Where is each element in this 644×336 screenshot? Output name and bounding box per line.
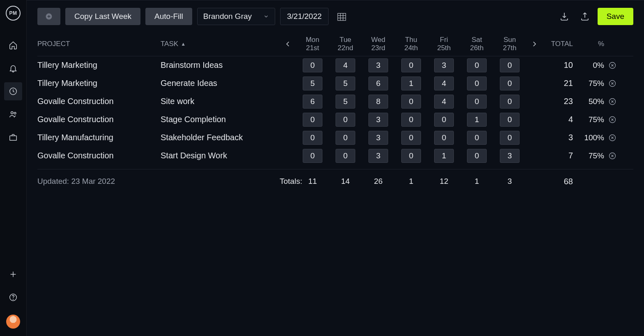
- col-header-task[interactable]: TASK ▲: [161, 40, 280, 48]
- hours-input[interactable]: [303, 113, 322, 127]
- updated-timestamp: Updated: 23 Mar 2022: [37, 177, 161, 186]
- hours-input[interactable]: [336, 149, 355, 163]
- hours-input[interactable]: [500, 95, 520, 109]
- hours-input[interactable]: [467, 131, 487, 145]
- hours-input[interactable]: [467, 58, 487, 72]
- toolbar: Copy Last Week Auto-Fill Brandon Gray 3/…: [27, 0, 644, 30]
- table-row: Tillery MarketingBrainstorm Ideas100%: [37, 56, 633, 74]
- hours-input[interactable]: [303, 149, 322, 163]
- hours-input[interactable]: [401, 95, 421, 109]
- hours-input[interactable]: [368, 58, 388, 72]
- hours-input[interactable]: [368, 149, 388, 163]
- hours-input[interactable]: [401, 131, 421, 145]
- hours-input[interactable]: [467, 149, 487, 163]
- hours-input[interactable]: [434, 113, 454, 127]
- nav-timesheet[interactable]: [4, 82, 22, 100]
- import-button[interactable]: [557, 9, 572, 24]
- hours-input[interactable]: [434, 131, 454, 145]
- row-percent: 75%: [575, 115, 604, 124]
- hours-input[interactable]: [500, 131, 520, 145]
- hours-input[interactable]: [303, 95, 322, 109]
- cell-project: Govalle Construction: [37, 151, 161, 160]
- hours-input[interactable]: [500, 58, 520, 72]
- delete-row-button[interactable]: [604, 152, 621, 160]
- hours-input[interactable]: [303, 131, 322, 145]
- delete-row-button[interactable]: [604, 79, 621, 88]
- delete-row-button[interactable]: [604, 134, 621, 142]
- add-entry-button[interactable]: [37, 8, 60, 25]
- col-header-percent: %: [575, 40, 604, 48]
- bell-icon: [9, 64, 18, 73]
- people-icon: [9, 110, 18, 119]
- svg-rect-3: [10, 136, 17, 140]
- hours-input[interactable]: [336, 113, 355, 127]
- date-input[interactable]: 3/21/2022: [280, 8, 329, 25]
- totals-row: Updated: 23 Mar 2022 Totals: 11142611213…: [37, 169, 633, 190]
- nav-notifications[interactable]: [4, 59, 22, 77]
- table-header: PROJECT TASK ▲ Mon21stTue22ndWed23rdThu2…: [37, 30, 633, 56]
- calendar-icon: [336, 11, 347, 22]
- hours-input[interactable]: [500, 149, 520, 163]
- hours-input[interactable]: [336, 131, 355, 145]
- hours-input[interactable]: [500, 76, 520, 90]
- hours-input[interactable]: [467, 95, 487, 109]
- row-percent: 0%: [575, 61, 604, 70]
- nav-projects[interactable]: [4, 128, 22, 146]
- delete-row-button[interactable]: [604, 61, 621, 70]
- hours-input[interactable]: [434, 76, 454, 90]
- nav-help[interactable]: [4, 288, 22, 306]
- date-value: 3/21/2022: [287, 12, 322, 21]
- user-select[interactable]: Brandon Gray: [197, 8, 275, 25]
- row-total: 3: [543, 133, 575, 142]
- hours-input[interactable]: [303, 58, 322, 72]
- help-icon: [9, 293, 18, 302]
- hours-input[interactable]: [401, 76, 421, 90]
- delete-row-button[interactable]: [604, 116, 621, 124]
- row-percent: 100%: [575, 133, 604, 142]
- hours-input[interactable]: [336, 58, 355, 72]
- row-total: 7: [543, 151, 575, 160]
- calendar-picker-button[interactable]: [336, 11, 347, 22]
- export-button[interactable]: [577, 9, 593, 24]
- hours-input[interactable]: [434, 95, 454, 109]
- nav-add[interactable]: [4, 265, 22, 283]
- nav-home[interactable]: [4, 36, 22, 54]
- hours-input[interactable]: [467, 113, 487, 127]
- hours-input[interactable]: [401, 58, 421, 72]
- hours-input[interactable]: [336, 95, 355, 109]
- nav-team[interactable]: [4, 105, 22, 123]
- next-week-button[interactable]: [526, 40, 543, 48]
- cell-task: Brainstorm Ideas: [161, 60, 280, 70]
- hours-input[interactable]: [368, 95, 388, 109]
- close-circle-icon: [608, 79, 616, 88]
- col-header-total: TOTAL: [543, 40, 575, 48]
- row-total: 23: [543, 97, 575, 106]
- hours-input[interactable]: [303, 76, 322, 90]
- row-total: 4: [543, 115, 575, 124]
- hours-input[interactable]: [368, 76, 388, 90]
- hours-input[interactable]: [368, 113, 388, 127]
- hours-input[interactable]: [401, 113, 421, 127]
- prev-week-button[interactable]: [280, 40, 296, 48]
- sidebar: PM: [0, 0, 27, 336]
- row-percent: 75%: [575, 79, 604, 88]
- hours-input[interactable]: [434, 58, 454, 72]
- auto-fill-button[interactable]: Auto-Fill: [145, 8, 192, 25]
- delete-row-button[interactable]: [604, 97, 621, 106]
- cell-project: Govalle Construction: [37, 115, 161, 124]
- user-avatar[interactable]: [6, 315, 20, 329]
- main-content: Copy Last Week Auto-Fill Brandon Gray 3/…: [27, 0, 644, 336]
- col-header-project[interactable]: PROJECT: [37, 40, 161, 48]
- hours-input[interactable]: [336, 76, 355, 90]
- save-button[interactable]: Save: [598, 8, 633, 25]
- hours-input[interactable]: [467, 76, 487, 90]
- copy-last-week-button[interactable]: Copy Last Week: [65, 8, 140, 25]
- hours-input[interactable]: [434, 149, 454, 163]
- hours-input[interactable]: [401, 149, 421, 163]
- day-total: 11: [296, 177, 329, 186]
- hours-input[interactable]: [500, 113, 520, 127]
- user-select-value: Brandon Gray: [203, 12, 252, 21]
- hours-input[interactable]: [368, 131, 388, 145]
- clock-icon: [9, 87, 18, 96]
- table-row: Tillery ManufacturingStakeholder Feedbac…: [37, 129, 633, 147]
